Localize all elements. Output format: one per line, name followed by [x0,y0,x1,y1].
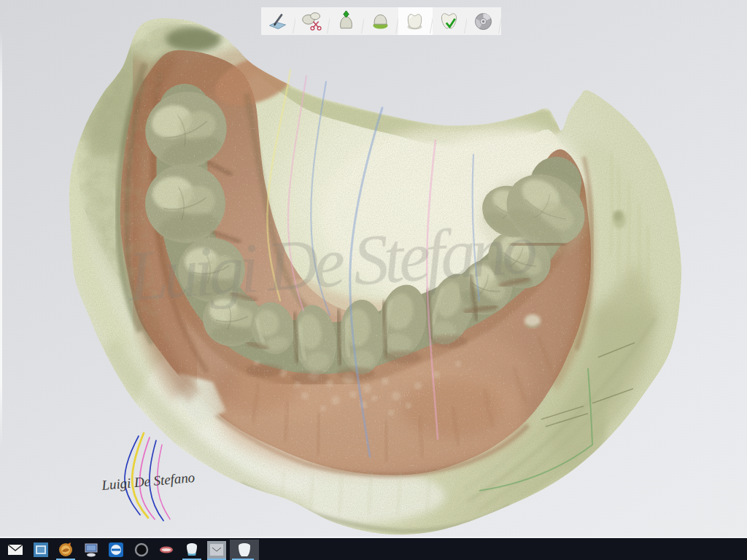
svg-text:Luigi De Stefano: Luigi De Stefano [101,470,196,493]
